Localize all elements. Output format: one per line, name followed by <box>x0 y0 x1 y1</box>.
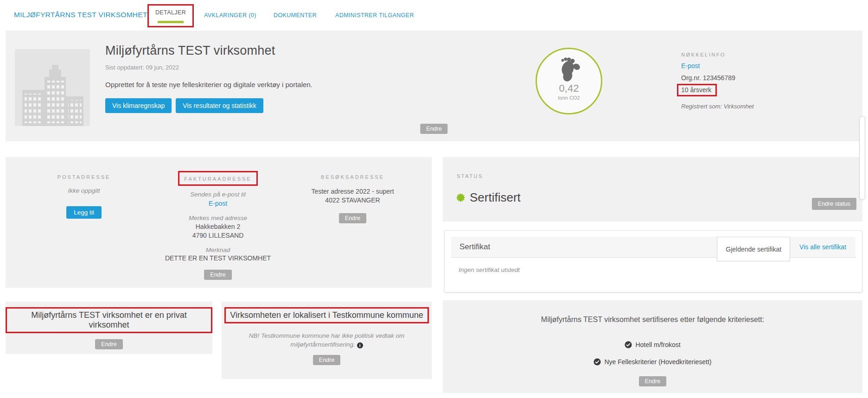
ownership-card: Miljøfyrtårns TEST virksomhet er en priv… <box>6 302 212 354</box>
postal-address-empty-text: Ikke oppgitt <box>6 187 162 194</box>
invoice-street: Hakkebakken 2 <box>162 222 274 231</box>
criteria-item: Nye Felleskriterier (Hovedkriteriesett) <box>443 358 862 366</box>
annotation-box-invoice-address: FAKTURAADRESSE <box>178 171 257 186</box>
invoice-address-label: FAKTURAADRESSE <box>184 176 251 182</box>
add-postal-address-button[interactable]: Legg til <box>66 206 102 219</box>
edit-status-button[interactable]: Endre status <box>812 198 856 210</box>
tab-administrer-tilganger[interactable]: ADMINISTRER TILGANGER <box>335 12 414 19</box>
criteria-item: Hotell m/frokost <box>443 341 862 348</box>
invoice-address-column: FAKTURAADRESSE Sendes på e-post til E-po… <box>162 174 274 288</box>
criteria-heading: Miljøfyrtårns TEST virksomhet sertifiser… <box>443 316 862 324</box>
registered-as-text: Registrert som: Virksomhet <box>681 103 830 110</box>
tab-current-certificate[interactable]: Gjeldende sertifikat <box>717 237 790 261</box>
top-navigation: MILJØFYRTÅRNS TEST VIRKSOMHET DETALJER A… <box>0 0 868 29</box>
municipality-text: Virksomheten er lokalisert i Testkommune… <box>230 310 423 320</box>
co2-footprint-badge: 0,42 tonn CO2 <box>536 48 602 114</box>
ownership-text: Miljøfyrtårns TEST virksomhet er en priv… <box>31 310 186 329</box>
visiting-street: Tester adresse 2022 - supert <box>274 187 432 196</box>
company-description: Opprettet for å teste nye felleskriterie… <box>105 81 402 88</box>
invoice-postal-code: 4790 LILLESAND <box>162 231 274 240</box>
edit-company-button[interactable]: Endre <box>420 124 447 134</box>
show-climate-accounts-button[interactable]: Vis klimaregnskap <box>105 98 172 113</box>
badge-check-icon <box>625 341 632 348</box>
edit-ownership-button[interactable]: Endre <box>95 339 122 349</box>
annotation-box-municipality: Virksomheten er lokalisert i Testkommune… <box>224 307 429 323</box>
annotation-box-man-years: 10 årsverk <box>677 84 717 96</box>
co2-unit: tonn CO2 <box>537 95 601 101</box>
status-value: Sertifisert <box>470 190 521 205</box>
status-card: STATUS Sertifisert Endre status <box>443 157 862 221</box>
keyinfo-label: NØKKELINFO <box>681 52 830 57</box>
tab-detaljer[interactable]: DETALJER <box>155 9 186 16</box>
footprint-icon <box>555 56 582 82</box>
tab-dokumenter[interactable]: DOKUMENTER <box>274 12 317 19</box>
visiting-address-label: BESØKSADRESSE <box>274 174 432 180</box>
annotation-box-ownership: Miljøfyrtårns TEST virksomhet er en priv… <box>6 307 212 333</box>
invoice-note: DETTE ER EN TEST VIRKSOMHET <box>162 254 274 263</box>
postal-address-column: POSTADRESSE Ikke oppgitt Legg til <box>6 174 162 288</box>
addresses-card: POSTADRESSE Ikke oppgitt Legg til FAKTUR… <box>6 157 432 288</box>
active-tab-underline <box>158 21 184 23</box>
annotation-box-detaljer: DETALJER <box>147 4 194 27</box>
invoice-marked-with-text: Merkes med adresse <box>162 215 274 221</box>
company-nav-link[interactable]: MILJØFYRTÅRNS TEST VIRKSOMHET <box>14 11 147 19</box>
postal-address-label: POSTADRESSE <box>6 174 162 180</box>
man-years-text: 10 årsverk <box>681 86 711 94</box>
buildings-icon <box>15 49 90 126</box>
badge-check-icon <box>594 358 601 366</box>
org-number: Org.nr. 123456789 <box>681 74 830 82</box>
invoice-note-label: Merknad <box>162 246 274 253</box>
visiting-address-column: BESØKSADRESSE Tester adresse 2022 - supe… <box>274 174 432 288</box>
certificate-card-header: Sertifikat Gjeldende sertifikat Vis alle… <box>451 237 855 258</box>
edit-municipality-button[interactable]: Endre <box>313 355 340 365</box>
info-icon[interactable]: i <box>357 342 363 348</box>
visiting-postal-code: 4022 STAVANGER <box>274 196 432 205</box>
certificate-title: Sertifikat <box>451 242 717 252</box>
criteria-item-label: Hotell m/frokost <box>635 341 680 348</box>
certified-seal-icon <box>456 193 466 202</box>
invoice-sent-via-text: Sendes på e-post til <box>162 191 274 198</box>
keyinfo-panel: NØKKELINFO E-post Org.nr. 123456789 10 å… <box>681 52 830 110</box>
edit-invoice-address-button[interactable]: Endre <box>204 270 231 280</box>
no-certificate-text: Ingen sertifikat utstedt <box>459 266 520 273</box>
certificate-card: Sertifikat Gjeldende sertifikat Vis alle… <box>444 230 862 292</box>
status-label: STATUS <box>457 173 483 179</box>
tab-all-certificates[interactable]: Vis alle sertifikat <box>790 237 855 257</box>
co2-value: 0,42 <box>537 82 601 95</box>
edit-criteria-button[interactable]: Endre <box>639 376 666 386</box>
last-updated-text: Sist oppdatert: 09 jun, 2022 <box>105 64 402 71</box>
show-results-statistics-button[interactable]: Vis resultater og statistikk <box>176 98 263 113</box>
criteria-item-label: Nye Felleskriterier (Hovedkriteriesett) <box>604 358 711 366</box>
vertical-scrollbar[interactable] <box>859 116 865 200</box>
municipality-card: Virksomheten er lokalisert i Testkommune… <box>222 302 432 379</box>
edit-visiting-address-button[interactable]: Endre <box>339 213 366 223</box>
page-title: Miljøfyrtårns TEST virksomhet <box>105 44 402 58</box>
invoice-email-link[interactable]: E-post <box>209 200 227 207</box>
tab-avklaringer[interactable]: AVKLARINGER (0) <box>204 12 256 19</box>
criteria-card: Miljøfyrtårns TEST virksomhet sertifiser… <box>443 300 862 393</box>
company-header-card: Miljøfyrtårns TEST virksomhet Sist oppda… <box>6 31 862 141</box>
company-image-placeholder <box>15 49 90 126</box>
municipality-note: NB! Testkommune kommune har ikke politis… <box>246 331 408 349</box>
email-link[interactable]: E-post <box>681 62 700 69</box>
